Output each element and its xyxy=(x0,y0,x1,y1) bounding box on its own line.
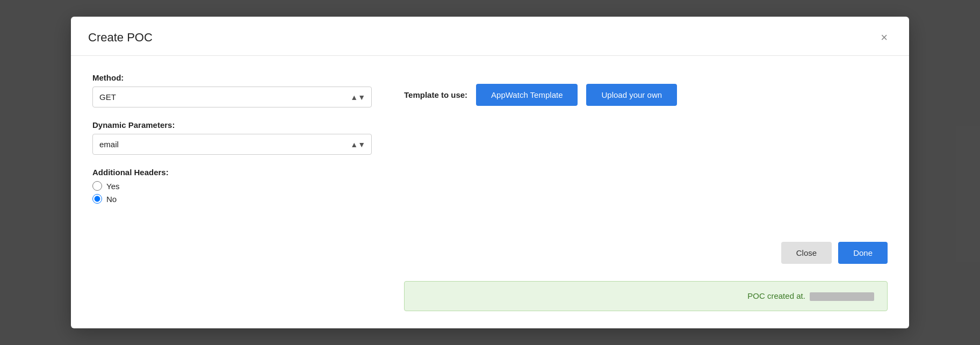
appwatch-template-button[interactable]: AppWatch Template xyxy=(476,84,578,106)
close-button[interactable]: Close xyxy=(781,242,832,264)
success-message-text: POC created at. xyxy=(747,291,805,300)
modal-title: Create POC xyxy=(88,31,153,45)
additional-headers-group: Additional Headers: Yes No xyxy=(92,168,372,204)
upload-your-own-button[interactable]: Upload your own xyxy=(586,84,677,106)
left-column: Method: GET POST PUT DELETE PATCH ▲▼ Dyn… xyxy=(92,73,372,311)
dynamic-params-select-wrapper: email username id ▲▼ xyxy=(92,134,372,155)
headers-radio-group: Yes No xyxy=(92,181,372,204)
create-poc-modal: Create POC × Method: GET POST PUT DELETE… xyxy=(71,17,909,328)
dynamic-params-field-group: Dynamic Parameters: email username id ▲▼ xyxy=(92,120,372,155)
success-banner: POC created at. xyxy=(404,281,888,311)
dynamic-params-select[interactable]: email username id xyxy=(92,134,372,155)
headers-no-label: No xyxy=(106,195,117,204)
method-label: Method: xyxy=(92,73,372,82)
modal-overlay: Create POC × Method: GET POST PUT DELETE… xyxy=(0,0,980,345)
method-select[interactable]: GET POST PUT DELETE PATCH xyxy=(92,87,372,107)
headers-no-radio[interactable] xyxy=(92,194,102,204)
modal-close-button[interactable]: × xyxy=(876,30,892,46)
headers-yes-option[interactable]: Yes xyxy=(92,181,372,191)
done-button[interactable]: Done xyxy=(838,242,888,264)
additional-headers-label: Additional Headers: xyxy=(92,168,372,177)
template-row: Template to use: AppWatch Template Uploa… xyxy=(404,84,888,106)
modal-header: Create POC × xyxy=(71,17,909,56)
headers-yes-label: Yes xyxy=(106,182,119,191)
right-column: Template to use: AppWatch Template Uploa… xyxy=(404,73,888,311)
redacted-value xyxy=(810,292,874,301)
modal-body: Method: GET POST PUT DELETE PATCH ▲▼ Dyn… xyxy=(71,56,909,328)
action-row: Close Done xyxy=(404,242,888,264)
dynamic-params-label: Dynamic Parameters: xyxy=(92,120,372,130)
headers-no-option[interactable]: No xyxy=(92,194,372,204)
method-field-group: Method: GET POST PUT DELETE PATCH ▲▼ xyxy=(92,73,372,107)
method-select-wrapper: GET POST PUT DELETE PATCH ▲▼ xyxy=(92,87,372,107)
template-to-use-label: Template to use: xyxy=(404,90,467,99)
headers-yes-radio[interactable] xyxy=(92,181,102,191)
